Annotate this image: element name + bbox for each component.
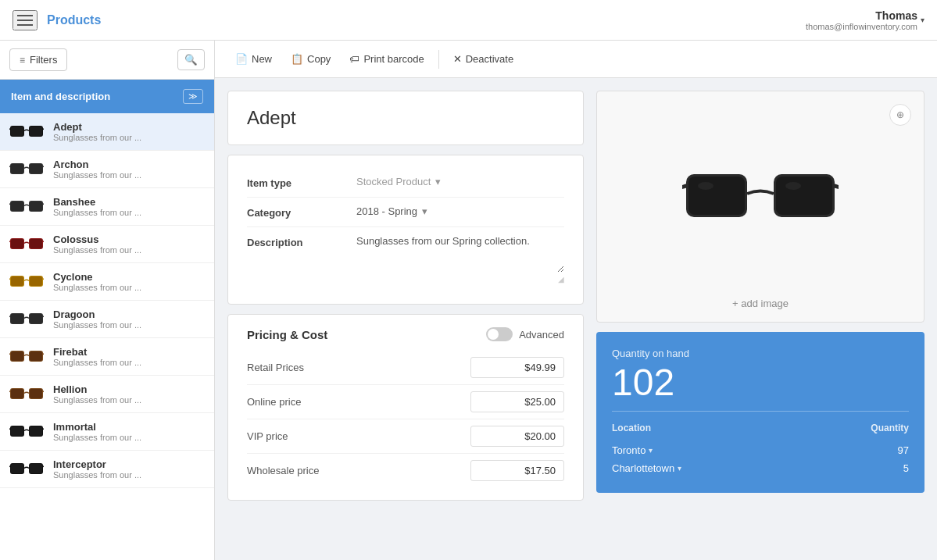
- svg-line-46: [9, 391, 10, 392]
- copy-label: Copy: [307, 53, 331, 65]
- list-item[interactable]: Cyclone Sunglasses from our ...: [0, 263, 214, 301]
- svg-line-34: [9, 316, 10, 317]
- item-thumbnail: [9, 161, 44, 178]
- add-image-link[interactable]: + add image: [732, 298, 789, 309]
- vip-price-input[interactable]: [470, 426, 564, 447]
- svg-rect-55: [11, 464, 23, 473]
- quantity-label: Quantity on hand: [612, 348, 909, 359]
- search-button[interactable]: 🔍: [177, 49, 205, 70]
- main-layout: ≡ Filters 🔍 Item and description ≫: [0, 41, 937, 560]
- list-item[interactable]: Firebat Sunglasses from our ...: [0, 338, 214, 376]
- item-thumbnail: [9, 386, 44, 403]
- list-item[interactable]: Hellion Sunglasses from our ...: [0, 376, 214, 413]
- svg-line-59: [43, 466, 44, 467]
- svg-point-66: [698, 182, 713, 190]
- item-name: Hellion: [53, 383, 205, 395]
- item-desc: Sunglasses from our ...: [53, 283, 205, 292]
- quantity-row: Toronto ▾ 97: [612, 441, 909, 459]
- list-item[interactable]: Adept Sunglasses from our ...: [0, 113, 214, 151]
- svg-rect-9: [30, 164, 42, 173]
- deactivate-icon: ✕: [453, 53, 462, 65]
- zoom-icon: ⊕: [896, 109, 904, 120]
- resize-handle-icon: ◢: [356, 275, 564, 284]
- app-title: Products: [47, 13, 101, 27]
- list-item[interactable]: Dragoon Sunglasses from our ...: [0, 301, 214, 338]
- image-zoom-button[interactable]: ⊕: [889, 104, 911, 126]
- item-name: Firebat: [53, 346, 205, 358]
- svg-line-64: [682, 186, 686, 188]
- category-select[interactable]: 2018 - Spring ▾: [356, 205, 564, 217]
- filters-icon: ≡: [20, 55, 25, 66]
- retail-price-input[interactable]: [470, 357, 564, 378]
- wholesale-label: Wholesale price: [247, 465, 320, 476]
- item-thumbnail: [9, 423, 44, 441]
- sidebar-list: Adept Sunglasses from our ... Archon Sun…: [0, 113, 214, 560]
- retail-price-row: Retail Prices: [247, 351, 564, 385]
- svg-rect-13: [11, 202, 23, 211]
- item-name: Immortal: [53, 421, 205, 433]
- list-item[interactable]: Colossus Sunglasses from our ...: [0, 226, 214, 263]
- svg-rect-1: [11, 127, 23, 136]
- svg-rect-37: [11, 351, 23, 361]
- item-type-select[interactable]: Stocked Product ▾: [356, 176, 564, 187]
- list-item[interactable]: Immortal Sunglasses from our ...: [0, 413, 214, 451]
- filters-button[interactable]: ≡ Filters: [9, 48, 67, 71]
- svg-line-22: [9, 241, 10, 242]
- item-desc: Sunglasses from our ...: [53, 358, 205, 367]
- copy-button[interactable]: 📋 Copy: [283, 48, 338, 70]
- svg-rect-7: [11, 164, 23, 173]
- item-thumbnail: [9, 348, 44, 366]
- new-icon: 📄: [235, 53, 248, 65]
- location-cell: Charlottetown ▾: [612, 462, 681, 474]
- description-row: Description ◢: [247, 227, 564, 291]
- user-menu[interactable]: Thomas thomas@inflowinventory.com ▾: [806, 9, 924, 31]
- svg-rect-43: [11, 389, 23, 398]
- deactivate-button[interactable]: ✕ Deactivate: [445, 48, 521, 70]
- product-image: [682, 151, 839, 244]
- product-title-input[interactable]: [247, 107, 564, 129]
- list-item[interactable]: Interceptor Sunglasses from our ...: [0, 451, 214, 488]
- svg-rect-31: [11, 314, 23, 323]
- hamburger-menu[interactable]: [13, 10, 38, 30]
- category-value: 2018 - Spring: [356, 205, 417, 217]
- new-button[interactable]: 📄 New: [227, 48, 280, 70]
- quantity-divider: [612, 411, 909, 412]
- content-area: 📄 New 📋 Copy 🏷 Print barcode ✕ Deactivat…: [215, 41, 937, 560]
- description-textarea[interactable]: [356, 235, 564, 273]
- svg-rect-3: [30, 127, 42, 136]
- search-icon: 🔍: [184, 54, 198, 66]
- sidebar: ≡ Filters 🔍 Item and description ≫: [0, 41, 215, 560]
- item-type-label: Item type: [247, 176, 356, 189]
- filters-label: Filters: [30, 54, 57, 66]
- toolbar-divider: [438, 50, 439, 69]
- item-desc: Sunglasses from our ...: [53, 170, 205, 180]
- svg-line-11: [43, 166, 44, 167]
- wholesale-price-row: Wholesale price: [247, 454, 564, 487]
- svg-rect-19: [11, 239, 23, 248]
- location-cell: Toronto ▾: [612, 444, 653, 456]
- list-item[interactable]: Archon Sunglasses from our ...: [0, 151, 214, 188]
- quantity-rows: Toronto ▾ 97 Charlottetown ▾ 5: [612, 441, 909, 477]
- svg-rect-25: [11, 276, 23, 286]
- sidebar-collapse-button[interactable]: ≫: [183, 89, 203, 104]
- item-thumbnail: [9, 461, 44, 478]
- item-desc: Sunglasses from our ...: [53, 320, 205, 330]
- svg-line-53: [43, 429, 44, 430]
- list-item[interactable]: Banshee Sunglasses from our ...: [0, 188, 214, 226]
- svg-rect-27: [30, 276, 42, 286]
- quantity-header: Quantity: [871, 423, 909, 433]
- svg-line-28: [9, 279, 10, 280]
- svg-line-65: [835, 186, 839, 188]
- wholesale-price-input[interactable]: [470, 460, 564, 481]
- print-barcode-button[interactable]: 🏷 Print barcode: [342, 48, 431, 70]
- svg-rect-51: [30, 426, 42, 436]
- retail-label: Retail Prices: [247, 362, 304, 373]
- top-nav: Products Thomas thomas@inflowinventory.c…: [0, 0, 937, 41]
- svg-line-29: [43, 279, 44, 280]
- svg-line-4: [9, 129, 10, 130]
- svg-rect-39: [30, 351, 42, 361]
- location-arrow-icon: ▾: [678, 464, 681, 473]
- product-form-card: Item type Stocked Product ▾ Category: [227, 155, 584, 305]
- advanced-toggle[interactable]: [486, 327, 513, 341]
- online-price-input[interactable]: [470, 391, 564, 412]
